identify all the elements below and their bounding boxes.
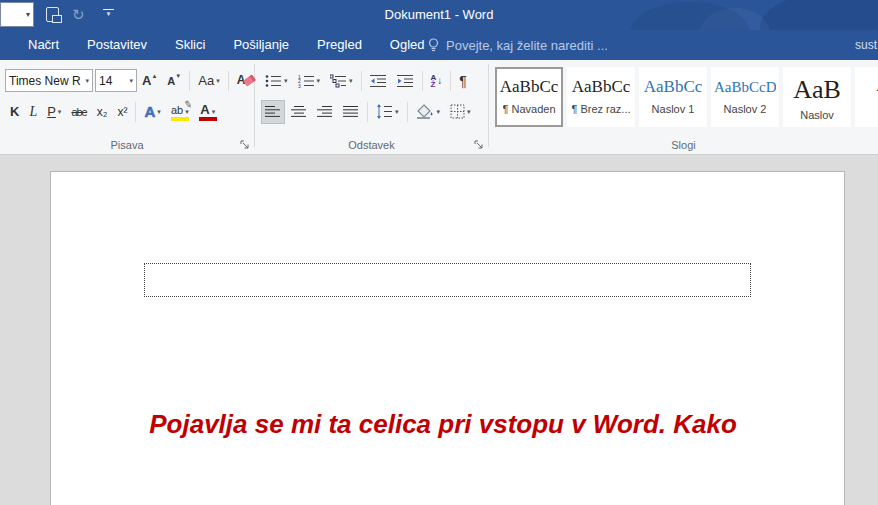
change-case-button[interactable]: Aa ▾ <box>194 69 223 93</box>
document-canvas: Pojavlja se mi ta celica pri vstopu v Wo… <box>0 156 878 505</box>
paragraph-dialog-launcher[interactable] <box>474 140 484 150</box>
align-center-button[interactable] <box>287 100 311 124</box>
sort-icon: A Ž ↓ <box>431 74 443 88</box>
borders-button[interactable]: ▾ <box>446 100 475 124</box>
highlight-color-bar <box>171 117 189 121</box>
align-right-icon <box>317 105 333 118</box>
chevron-down-icon: ▾ <box>85 77 89 85</box>
chevron-down-icon: ▾ <box>395 108 399 116</box>
styles-gallery: AaBbCc ¶ Navaden AaBbCc ¶ Brez raz... Aa… <box>495 67 878 129</box>
increase-indent-button[interactable] <box>393 69 418 93</box>
shrink-font-button[interactable]: A ▼ <box>163 69 185 93</box>
font-size-combo[interactable]: 14 ▾ <box>95 69 137 92</box>
shading-button[interactable]: ▾ <box>412 100 445 124</box>
superscript-button[interactable]: x² <box>113 100 131 124</box>
titlebar-decoration <box>760 0 878 30</box>
ribbon: Times New R ▾ 14 ▾ A ▲ A ▼ Aa ▾ <box>0 60 878 155</box>
numbering-button[interactable]: 123 ▾ <box>294 69 325 93</box>
text-effects-icon: A <box>144 103 155 120</box>
account-name[interactable]: sust <box>855 30 877 60</box>
down-icon: ▼ <box>175 73 181 79</box>
svg-text:3: 3 <box>298 82 301 88</box>
decrease-indent-icon <box>370 74 387 88</box>
bullets-button[interactable]: ▾ <box>261 69 292 93</box>
font-size-value: 14 <box>99 74 127 88</box>
justify-icon <box>343 105 359 118</box>
show-formatting-marks-button[interactable]: ¶ <box>455 69 471 93</box>
text-effects-button[interactable]: A ▾ <box>140 100 164 124</box>
grow-font-button[interactable]: A ▲ <box>138 69 161 93</box>
bold-button[interactable]: K <box>6 100 23 124</box>
text-line: Pojavlja se mi ta celica pri vstopu v Wo… <box>142 406 782 442</box>
strikethrough-button[interactable]: abe <box>67 100 90 124</box>
justify-button[interactable] <box>339 100 363 124</box>
style-brez-razmikov[interactable]: AaBbCc ¶ Brez raz... <box>567 67 635 127</box>
line-spacing-button[interactable]: ▾ <box>372 100 403 124</box>
customize-qat-button[interactable]: ▾ <box>103 9 114 17</box>
chevron-down-icon: ▾ <box>437 108 441 116</box>
ribbon-tabs: Načrt Postavitev Sklici Pošiljanje Pregl… <box>14 30 439 60</box>
tab-sklici[interactable]: Sklici <box>161 30 219 60</box>
divider <box>422 71 423 91</box>
tab-nacrt[interactable]: Načrt <box>14 30 73 60</box>
numbered-list-icon: 123 <box>298 74 315 88</box>
styles-group: AaBbCc ¶ Navaden AaBbCc ¶ Brez raz... Aa… <box>489 60 878 154</box>
bullet-list-icon <box>265 74 282 88</box>
style-naslov-1[interactable]: AaBbCc Naslov 1 <box>639 67 707 127</box>
decrease-indent-button[interactable] <box>366 69 391 93</box>
font-group: Times New R ▾ 14 ▾ A ▲ A ▼ Aa ▾ <box>0 60 254 154</box>
title-bar: ▾ ↻ ▾ Dokument1 - Word <box>0 0 878 30</box>
lightbulb-icon <box>428 38 439 53</box>
pilcrow-icon: ¶ <box>459 73 467 89</box>
divider <box>367 102 368 122</box>
highlight-button[interactable]: ab ✎ ▾ <box>167 100 193 124</box>
tab-postavitev[interactable]: Postavitev <box>73 30 161 60</box>
style-naslov-2[interactable]: AaBbCcDd Naslov 2 <box>711 67 779 127</box>
style-naslov[interactable]: AaB Naslov <box>783 67 851 127</box>
redo-icon[interactable]: ↻ <box>72 0 85 30</box>
style-podnaslov[interactable]: AaB Pod <box>855 67 878 127</box>
style-navaden[interactable]: AaBbCc ¶ Navaden <box>495 67 563 127</box>
tab-pregled[interactable]: Pregled <box>303 30 376 60</box>
divider <box>361 71 362 91</box>
sort-button[interactable]: A Ž ↓ <box>427 69 447 93</box>
document-text[interactable]: Pojavlja se mi ta celica pri vstopu v Wo… <box>142 334 782 505</box>
arrow-down-icon: ↓ <box>437 75 442 86</box>
touch-mode-icon[interactable] <box>46 7 59 22</box>
paint-bucket-icon <box>416 104 435 119</box>
pen-icon: ✎ <box>183 98 193 110</box>
eraser-icon: A <box>237 73 255 89</box>
chevron-down-icon: ▾ <box>216 77 220 85</box>
chevron-down-icon: ▾ <box>58 108 62 116</box>
styles-group-label: Slogi <box>489 139 878 151</box>
multilevel-list-button[interactable]: ▾ <box>326 69 357 93</box>
font-group-label: Pisava <box>0 139 254 151</box>
underline-button[interactable]: P ▾ <box>43 100 65 124</box>
tab-posiljanje[interactable]: Pošiljanje <box>219 30 303 60</box>
font-color-button[interactable]: A ▾ <box>195 100 221 124</box>
font-dialog-launcher[interactable] <box>240 140 250 150</box>
align-left-icon <box>265 105 281 118</box>
ribbon-tab-row: Načrt Postavitev Sklici Pošiljanje Pregl… <box>0 30 878 60</box>
chevron-down-icon: ▾ <box>103 11 114 17</box>
paragraph-group: ▾ 123 ▾ ▾ <box>255 60 488 154</box>
increase-indent-icon <box>397 74 414 88</box>
quick-access-combo[interactable]: ▾ <box>0 2 34 27</box>
align-right-button[interactable] <box>313 100 337 124</box>
font-name-value: Times New R <box>9 74 83 88</box>
font-name-combo[interactable]: Times New R ▾ <box>5 69 93 92</box>
paragraph-group-label: Odstavek <box>255 139 488 151</box>
italic-button[interactable]: L <box>25 100 41 124</box>
document-page[interactable]: Pojavlja se mi ta celica pri vstopu v Wo… <box>50 171 845 505</box>
chevron-down-icon: ▾ <box>129 77 133 85</box>
align-left-button[interactable] <box>261 100 285 124</box>
divider <box>228 71 229 91</box>
up-icon: ▲ <box>151 73 157 79</box>
subscript-button[interactable]: x₂ <box>93 100 112 124</box>
chevron-down-icon: ▾ <box>317 77 321 85</box>
tell-me-search[interactable]: Povejte, kaj želite narediti ... <box>428 30 608 60</box>
empty-table-cell[interactable] <box>144 263 751 297</box>
divider <box>189 71 190 91</box>
line-spacing-icon <box>376 104 393 119</box>
align-center-icon <box>291 105 307 118</box>
